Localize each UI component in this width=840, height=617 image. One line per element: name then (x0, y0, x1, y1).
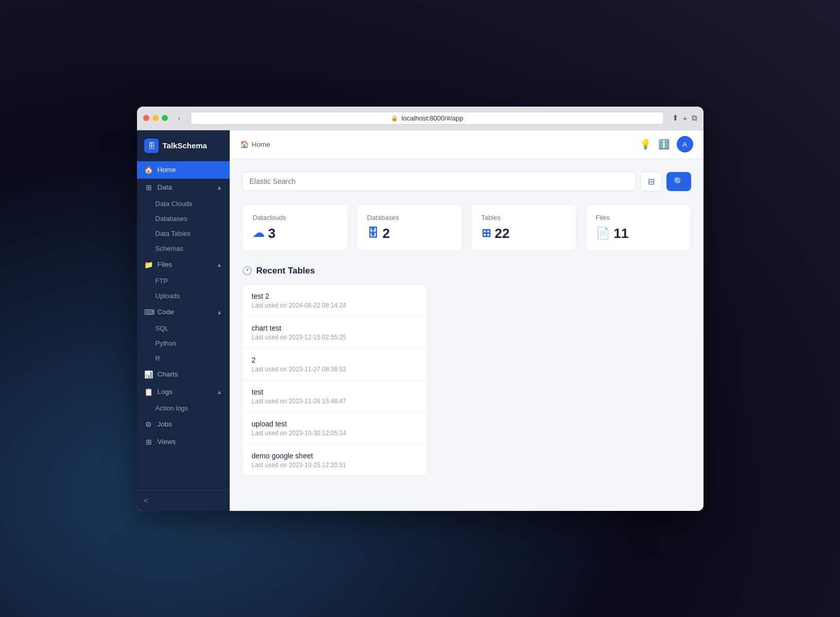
stat-card-databases[interactable]: Databases 🗄 2 (356, 204, 462, 251)
traffic-lights (143, 115, 168, 121)
traffic-light-green[interactable] (162, 115, 168, 121)
sidebar-sub-item-r[interactable]: R (137, 351, 230, 366)
browser-window: ‹ 🔒 localhost:8000/#/app ⬆ + ⧉ 🗄 TalkSch… (137, 107, 704, 511)
sidebar-item-views[interactable]: ⊞ Views (137, 433, 230, 451)
sidebar-item-code[interactable]: ⌨ Code ▲ (137, 303, 230, 321)
table-row[interactable]: upload test Last used on 2023-10-30 12:0… (243, 413, 427, 444)
share-button[interactable]: ⬆ (672, 113, 679, 123)
traffic-light-yellow[interactable] (152, 115, 159, 121)
home-icon: 🏠 (144, 166, 153, 174)
sidebar-nav: 🏠 Home ⊞ Data ▲ Data Clouds Databases Da… (137, 161, 230, 490)
sidebar-item-label: Jobs (158, 420, 222, 428)
sidebar-item-label: Logs (158, 388, 213, 396)
stat-card-tables[interactable]: Tables ⊞ 22 (471, 204, 577, 251)
new-tab-button[interactable]: + (683, 113, 688, 123)
table-row[interactable]: test 2 Last used on 2024-08-22 08:14:24 (243, 285, 427, 317)
avatar-label: A (682, 141, 687, 148)
sub-item-label: R (156, 354, 160, 362)
traffic-light-red[interactable] (143, 115, 149, 121)
sidebar-item-logs[interactable]: 📋 Logs ▲ (137, 383, 230, 401)
stat-card-value: ☁ 3 (253, 226, 337, 242)
files-icon: 📄 (596, 227, 610, 240)
info-button[interactable]: ℹ️ (658, 139, 670, 150)
sidebar-sub-item-uploads[interactable]: Uploads (137, 288, 230, 303)
stat-card-label: Databases (367, 214, 452, 221)
stat-cards: Dataclouds ☁ 3 Databases 🗄 2 (242, 204, 691, 251)
sidebar-sub-item-action-logs[interactable]: Action logs (137, 401, 230, 416)
sidebar-item-label: Views (158, 438, 222, 445)
search-input-wrap (242, 172, 636, 191)
app-container: 🗄 TalkSchema 🏠 Home ⊞ Data ▲ Data Clouds (137, 130, 704, 511)
sub-item-label: Data Tables (156, 230, 191, 237)
stat-card-value: 🗄 2 (367, 226, 452, 242)
sidebar-item-charts[interactable]: 📊 Charts (137, 366, 230, 383)
jobs-icon: ⚙ (144, 420, 153, 429)
stat-card-value: ⊞ 22 (482, 226, 566, 242)
table-row[interactable]: demo google sheet Last used on 2023-10-2… (243, 444, 427, 476)
sub-item-label: Python (156, 339, 176, 347)
sidebar-item-label: Files (158, 261, 213, 268)
search-bar: ⊟ 🔍 (242, 172, 691, 192)
browser-actions: ⬆ + ⧉ (672, 113, 697, 123)
table-row[interactable]: test Last used on 2023-11-26 15:48:47 (243, 381, 427, 413)
sub-item-label: SQL (156, 324, 169, 332)
chevron-up-icon: ▲ (217, 184, 222, 191)
bulb-button[interactable]: 💡 (640, 139, 651, 150)
files-icon: 📁 (144, 261, 153, 269)
lock-icon: 🔒 (391, 115, 398, 122)
sidebar-sub-item-ftp[interactable]: FTP (137, 273, 230, 288)
sidebar-sub-item-databases[interactable]: Databases (137, 211, 230, 226)
sidebar-item-data[interactable]: ⊞ Data ▲ (137, 179, 230, 196)
url-text: localhost:8000/#/app (401, 114, 463, 122)
address-bar[interactable]: 🔒 localhost:8000/#/app (191, 112, 664, 125)
search-input[interactable] (242, 172, 636, 191)
sidebar-item-label: Charts (158, 370, 222, 378)
filter-button[interactable]: ⊟ (640, 172, 662, 192)
table-item-name: chart test (252, 324, 418, 332)
table-row[interactable]: chart test Last used on 2023-12-15 02:55… (243, 317, 427, 349)
sidebar-item-home[interactable]: 🏠 Home (137, 161, 230, 179)
sidebar: 🗄 TalkSchema 🏠 Home ⊞ Data ▲ Data Clouds (137, 130, 230, 511)
table-item-date: Last used on 2024-08-22 08:14:24 (252, 302, 418, 309)
sidebar-sub-item-data-tables[interactable]: Data Tables (137, 226, 230, 241)
stat-card-number: 3 (268, 226, 276, 242)
search-button[interactable]: 🔍 (666, 172, 691, 191)
cloud-icon: ☁ (253, 227, 264, 240)
recent-icon: 🕐 (242, 266, 252, 276)
sub-item-label: Action logs (156, 404, 188, 412)
stat-card-number: 22 (495, 226, 510, 242)
breadcrumb-label: Home (252, 141, 270, 148)
sidebar-item-label: Code (158, 308, 213, 316)
logo-icon: 🗄 (144, 139, 159, 153)
chevron-up-icon: ▲ (217, 309, 222, 315)
table-row[interactable]: 2 Last used on 2023-11-27 08:38:53 (243, 349, 427, 381)
tab-view-button[interactable]: ⧉ (692, 113, 697, 123)
table-item-name: upload test (252, 420, 418, 428)
recent-tables-card: test 2 Last used on 2024-08-22 08:14:24 … (242, 284, 427, 476)
sidebar-sub-item-sql[interactable]: SQL (137, 321, 230, 336)
content-area: ⊟ 🔍 Dataclouds ☁ 3 (230, 159, 704, 511)
sidebar-sub-item-data-clouds[interactable]: Data Clouds (137, 196, 230, 211)
sidebar-item-jobs[interactable]: ⚙ Jobs (137, 416, 230, 433)
nav-back-button[interactable]: ‹ (176, 113, 183, 123)
breadcrumb: 🏠 Home (240, 140, 270, 148)
sidebar-sub-item-schemas[interactable]: Schemas (137, 241, 230, 256)
avatar-button[interactable]: A (677, 136, 693, 152)
views-icon: ⊞ (144, 438, 153, 446)
breadcrumb-home-icon: 🏠 (240, 140, 249, 148)
table-item-name: test (252, 388, 418, 396)
sidebar-collapse-button[interactable]: < (137, 490, 230, 511)
sidebar-item-files[interactable]: 📁 Files ▲ (137, 256, 230, 273)
table-item-name: test 2 (252, 292, 418, 300)
section-header: 🕐 Recent Tables (242, 266, 691, 276)
sub-item-label: Uploads (156, 292, 180, 300)
search-icon: 🔍 (674, 177, 684, 186)
stat-card-files[interactable]: Files 📄 11 (585, 204, 691, 251)
sidebar-logo: 🗄 TalkSchema (137, 130, 230, 161)
table-item-date: Last used on 2023-10-30 12:05:14 (252, 430, 418, 437)
stat-card-dataclouds[interactable]: Dataclouds ☁ 3 (242, 204, 348, 251)
top-bar-actions: 💡 ℹ️ A (640, 136, 693, 152)
sidebar-sub-item-python[interactable]: Python (137, 336, 230, 351)
chevron-up-icon: ▲ (217, 262, 222, 268)
logo-text: TalkSchema (163, 141, 207, 150)
